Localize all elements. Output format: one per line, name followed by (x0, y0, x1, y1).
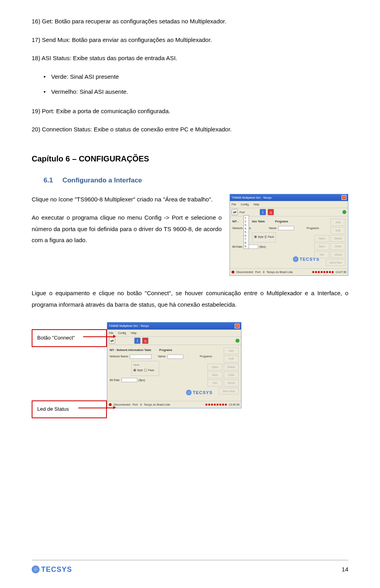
status-led-icon (109, 403, 112, 406)
bullet-red: Vermelho: Sinal ASI ausente. (44, 86, 348, 98)
status-port-label: Port: (132, 402, 138, 407)
menu-help[interactable]: Help (253, 203, 259, 206)
menu-config[interactable]: Config (241, 203, 249, 206)
port-option[interactable]: 9 (245, 245, 246, 248)
section-text: Configurando a Interface (63, 176, 142, 184)
green-led-icon (342, 210, 346, 214)
mode-label: Mode (133, 363, 157, 367)
radio-byte[interactable] (254, 235, 257, 238)
status-port-label: Port: (255, 269, 261, 275)
programs-label: Programs: (307, 226, 319, 231)
port-option[interactable]: 5 (245, 230, 246, 234)
screenshot-connect: TS9600 Multiplexer 8x1 - Tecsys × File C… (107, 322, 241, 408)
port-option[interactable]: 4 (245, 227, 246, 230)
delete-button[interactable]: Delete (331, 235, 346, 242)
name-label: Name: (158, 354, 166, 359)
asi-bullets: Verde: Sinal ASI presente Vermelho: Sina… (44, 71, 348, 98)
name-input[interactable] (167, 355, 183, 359)
port-option[interactable]: 3 (245, 223, 246, 227)
page-number: 14 (342, 564, 348, 575)
item-18: 18) ASI Status: Exibe status das portas … (32, 53, 348, 64)
stop-icon[interactable]: ⦸ (142, 338, 148, 344)
radio-pack[interactable] (144, 369, 147, 372)
section-title: 6.1Configurando a Interface (44, 174, 348, 187)
info-icon[interactable]: i (260, 209, 266, 215)
programs-heading: Programs (159, 347, 172, 353)
clear-button[interactable]: Clear (331, 243, 346, 250)
open-button[interactable]: Open (207, 364, 222, 370)
get-button[interactable]: Get (207, 379, 222, 386)
status-disconnected: Disconnected (236, 269, 253, 275)
item-16: 16) Get: Botão para recuperar as configu… (32, 16, 348, 27)
statusbar: Disconnected Port: 8 Tecsys do Brasil Lt… (107, 401, 241, 408)
nit-heading: NIT - Network Information Table (110, 347, 151, 353)
bitrate-label: Bit Rate: (110, 377, 120, 383)
titlebar: TS9600 Multiplexer 8x1 - Tecsys × (107, 322, 241, 329)
port-option[interactable]: 2 (245, 220, 246, 223)
clear-button[interactable]: Clear (224, 372, 239, 378)
sendmux-button[interactable]: Send Mux (326, 259, 346, 266)
network-name-label: Network Name: (110, 354, 129, 359)
titlebar: TS9600 Multiplexer 8x1 - Tecsys × (230, 194, 348, 201)
ghost-button[interactable]: Ghost (224, 379, 239, 386)
bps-label: (Bps) (139, 377, 145, 383)
open-button[interactable]: Open (314, 235, 329, 242)
bps-label: (Bps) (259, 244, 266, 249)
name-input[interactable] (278, 226, 294, 230)
programs-heading: Programs (275, 219, 288, 224)
menu-help[interactable]: Help (131, 332, 136, 334)
stop-icon[interactable]: ⦸ (268, 209, 274, 215)
radio-byte-label: Byte (137, 368, 143, 373)
edit-button[interactable]: Edit (331, 227, 346, 234)
radio-byte[interactable] (133, 369, 136, 372)
globe-icon (186, 390, 192, 395)
menu-file[interactable]: File (232, 203, 236, 206)
get-button[interactable]: Get (314, 251, 329, 258)
radio-pack-label: Pack (268, 234, 274, 239)
sendmux-button[interactable]: Send Mux (219, 388, 239, 395)
window-title: TS9600 Multiplexer 8x1 - Tecsys (232, 195, 272, 200)
port-dropdown[interactable]: 1 2 3 4 5 6 7 8 9 (243, 215, 249, 249)
status-port-number: 8 (263, 269, 264, 275)
section-number: 6.1 (44, 176, 53, 184)
add-button[interactable]: Add (331, 219, 346, 226)
item-19: 19) Port: Exibe a porta de comunicação c… (32, 106, 348, 117)
status-time: 13:47:30 (336, 269, 346, 275)
para-connect: Ligue o equipamento e clique no botão "C… (32, 288, 348, 310)
port-option[interactable]: 8 (245, 241, 246, 245)
tecsys-logo: TECSYS (186, 389, 213, 397)
radio-pack[interactable] (265, 235, 266, 238)
delete-button[interactable]: Delete (224, 364, 239, 370)
add-button[interactable]: Add (224, 347, 239, 354)
menubar: File Config Help (107, 330, 241, 337)
menubar: File Config Help (230, 201, 348, 208)
close-icon[interactable]: × (342, 195, 346, 200)
save-button[interactable]: Save (207, 372, 222, 378)
status-disconnected: Disconnected (114, 402, 130, 407)
connect-icon[interactable]: ⇄ (232, 209, 238, 215)
menu-file[interactable]: File (109, 332, 113, 334)
page-footer: TECSYS 14 (32, 560, 348, 576)
port-option[interactable]: 1 (245, 216, 246, 220)
port-option[interactable]: 6 (245, 234, 246, 237)
ghost-button[interactable]: Ghost (331, 251, 346, 258)
radio-byte-label: Byte (258, 234, 264, 239)
globe-icon (32, 565, 40, 573)
item-17: 17) Send Mux: Botão para enviar as confi… (32, 34, 348, 46)
network-name-input[interactable] (130, 355, 152, 359)
name-label: Name: (269, 226, 277, 231)
radio-pack-label: Pack (148, 368, 154, 373)
para-config-port: Ao executar o programa clique no menu Co… (32, 212, 222, 246)
close-icon[interactable]: × (235, 324, 239, 328)
save-button[interactable]: Save (314, 243, 329, 250)
bullet-green: Verde: Sinal ASI presente (44, 71, 348, 83)
connect-icon[interactable]: ⇄ (109, 338, 115, 344)
green-led-icon (236, 339, 239, 343)
bitrate-input[interactable] (122, 378, 137, 382)
menu-config[interactable]: Config (118, 332, 126, 334)
info-icon[interactable]: i (134, 338, 141, 344)
edit-button[interactable]: Edit (224, 355, 239, 362)
screenshot-port-config: TS9600 Multiplexer 8x1 - Tecsys × File C… (230, 194, 348, 276)
bitrate-label: Bit Rate: (232, 244, 243, 249)
port-option[interactable]: 7 (245, 237, 246, 241)
